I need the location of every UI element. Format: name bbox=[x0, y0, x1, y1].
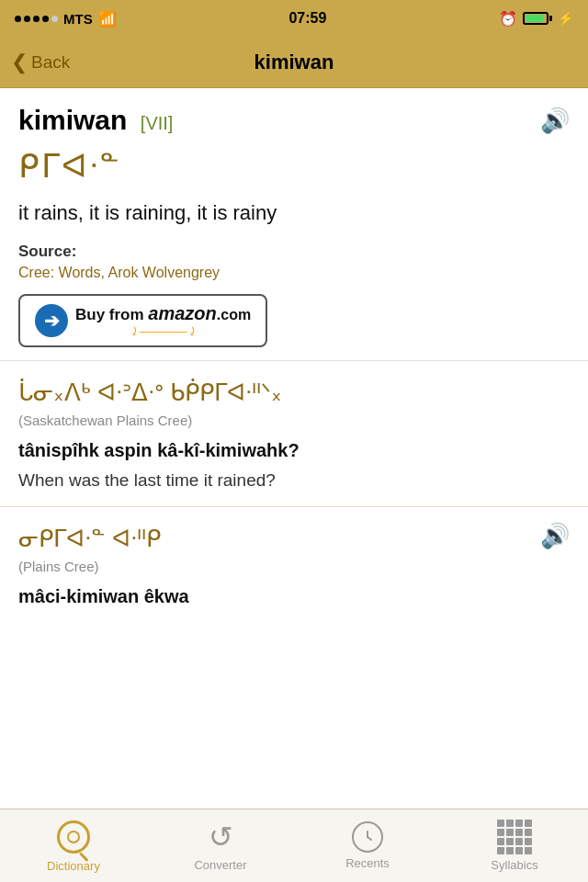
status-right: ⏰ ⚡ bbox=[499, 10, 573, 28]
signal-dot-5 bbox=[51, 16, 58, 22]
clock-svg bbox=[358, 828, 377, 846]
example1-cree: tânispîhk aspin kâ-kî-kimiwahk? bbox=[18, 437, 570, 463]
syllabics-cell-3 bbox=[515, 820, 523, 827]
tab-dictionary[interactable]: Dictionary bbox=[0, 809, 147, 882]
battery-fill bbox=[526, 15, 543, 22]
signal-dots bbox=[15, 16, 58, 22]
example-section-1: ᒑᓂ᙮ᐱᒃ ᐊᐧᐣᐃᐧᐤ ᑲᑮᑭᒥᐊᐧᐦᐠ᙮ (Saskatchewan Pla… bbox=[0, 361, 588, 507]
svg-line-1 bbox=[368, 837, 371, 840]
word-entry-section: kimiwan [VII] 🔊 ᑭᒥᐊᐧᓐ it rains, it is ra… bbox=[0, 88, 588, 361]
recents-icon bbox=[352, 821, 383, 853]
syllabics-cell-11 bbox=[515, 838, 523, 845]
speaker-icon[interactable]: 🔊 bbox=[540, 107, 570, 135]
tab-converter-label: Converter bbox=[194, 858, 246, 872]
example2-cree: mâci-kimiwan êkwa bbox=[18, 583, 189, 609]
tab-recents[interactable]: Recents bbox=[294, 809, 441, 882]
syllabics-cell-5 bbox=[497, 829, 504, 836]
syllabics-cell-12 bbox=[525, 838, 532, 845]
tab-bar: Dictionary ↺ Converter Recents bbox=[0, 808, 588, 882]
amazon-smile: ⤸————⤸ bbox=[75, 324, 251, 338]
tab-dictionary-label: Dictionary bbox=[47, 859, 100, 873]
status-left: MTS 📶 bbox=[15, 10, 117, 28]
example2-text-group: ᓂᑭᒥᐊᐧᓐ ᐊᐧᐦᑭ (Plains Cree) mâci-kimiwan ê… bbox=[18, 522, 189, 615]
battery-icon bbox=[523, 12, 552, 25]
signal-dot-2 bbox=[24, 16, 30, 22]
syllabics-cell-16 bbox=[525, 847, 532, 854]
tab-converter[interactable]: ↺ Converter bbox=[147, 809, 294, 882]
tab-syllabics-label: Syllabics bbox=[491, 858, 537, 872]
word-header: kimiwan [VII] 🔊 bbox=[18, 105, 570, 136]
syllabics-cell-2 bbox=[506, 820, 514, 827]
syllabics-cell-10 bbox=[506, 838, 514, 845]
dictionary-circle bbox=[57, 820, 90, 854]
tab-recents-label: Recents bbox=[345, 856, 390, 870]
nav-title: kimiwan bbox=[254, 51, 334, 74]
wifi-icon: 📶 bbox=[98, 10, 117, 28]
dictionary-icon bbox=[55, 819, 92, 855]
syllabics-cell-8 bbox=[525, 829, 532, 836]
word-syllabics: ᑭᒥᐊᐧᓐ bbox=[18, 145, 570, 188]
status-bar: MTS 📶 07:59 ⏰ ⚡ bbox=[0, 0, 588, 37]
back-label: Back bbox=[31, 52, 70, 73]
syllabics-cell-1 bbox=[497, 820, 504, 827]
tab-syllabics[interactable]: Syllabics bbox=[441, 809, 588, 882]
syllabics-cell-9 bbox=[497, 838, 504, 845]
syllabics-grid-icon bbox=[497, 820, 532, 854]
battery-body bbox=[523, 12, 548, 25]
back-chevron-icon: ❮ bbox=[11, 52, 28, 73]
amazon-arrow-icon: ➔ bbox=[35, 304, 68, 337]
amazon-buy-text: Buy from amazon.com bbox=[75, 303, 251, 324]
signal-dot-1 bbox=[15, 16, 21, 22]
amazon-text-group: Buy from amazon.com ⤸————⤸ bbox=[75, 303, 251, 338]
word-tag: [VII] bbox=[141, 113, 174, 133]
word-title-group: kimiwan [VII] bbox=[18, 105, 173, 136]
source-label: Source: bbox=[18, 243, 570, 261]
status-time: 07:59 bbox=[288, 10, 326, 27]
example1-english: When was the last time it rained? bbox=[18, 469, 570, 493]
syllabics-cell-14 bbox=[506, 847, 514, 854]
converter-icon: ↺ bbox=[209, 820, 233, 854]
source-link[interactable]: Cree: Words, Arok Wolvengrey bbox=[18, 265, 570, 281]
alarm-icon: ⏰ bbox=[499, 10, 517, 28]
carrier-name: MTS bbox=[63, 11, 93, 27]
example-section-2: ᓂᑭᒥᐊᐧᓐ ᐊᐧᐦᑭ (Plains Cree) mâci-kimiwan ê… bbox=[0, 507, 588, 628]
battery-tip bbox=[549, 16, 552, 21]
syllabics-cell-13 bbox=[497, 847, 504, 854]
amazon-button[interactable]: ➔ Buy from amazon.com ⤸————⤸ bbox=[18, 294, 267, 347]
signal-dot-3 bbox=[33, 16, 40, 22]
speaker-icon-2[interactable]: 🔊 bbox=[540, 522, 570, 550]
dictionary-inner-circle bbox=[67, 831, 80, 843]
example2-syllabics: ᓂᑭᒥᐊᐧᓐ ᐊᐧᐦᑭ bbox=[18, 522, 189, 555]
word-main: kimiwan bbox=[18, 105, 127, 135]
nav-bar: ❮ Back kimiwan bbox=[0, 37, 588, 88]
word-translation: it rains, it is raining, it is rainy bbox=[18, 199, 570, 228]
example1-lang: (Saskatchewan Plains Cree) bbox=[18, 413, 570, 428]
syllabics-cell-15 bbox=[515, 847, 523, 854]
charging-icon: ⚡ bbox=[558, 11, 573, 26]
example1-syllabics: ᒑᓂ᙮ᐱᒃ ᐊᐧᐣᐃᐧᐤ ᑲᑮᑭᒥᐊᐧᐦᐠ᙮ bbox=[18, 376, 570, 409]
example2-lang: (Plains Cree) bbox=[18, 559, 189, 574]
signal-dot-4 bbox=[42, 16, 49, 22]
example2-header-row: ᓂᑭᒥᐊᐧᓐ ᐊᐧᐦᑭ (Plains Cree) mâci-kimiwan ê… bbox=[18, 522, 570, 615]
content-area: kimiwan [VII] 🔊 ᑭᒥᐊᐧᓐ it rains, it is ra… bbox=[0, 88, 588, 808]
syllabics-cell-7 bbox=[515, 829, 523, 836]
syllabics-cell-6 bbox=[506, 829, 514, 836]
syllabics-cell-4 bbox=[525, 820, 532, 827]
back-button[interactable]: ❮ Back bbox=[11, 52, 70, 73]
